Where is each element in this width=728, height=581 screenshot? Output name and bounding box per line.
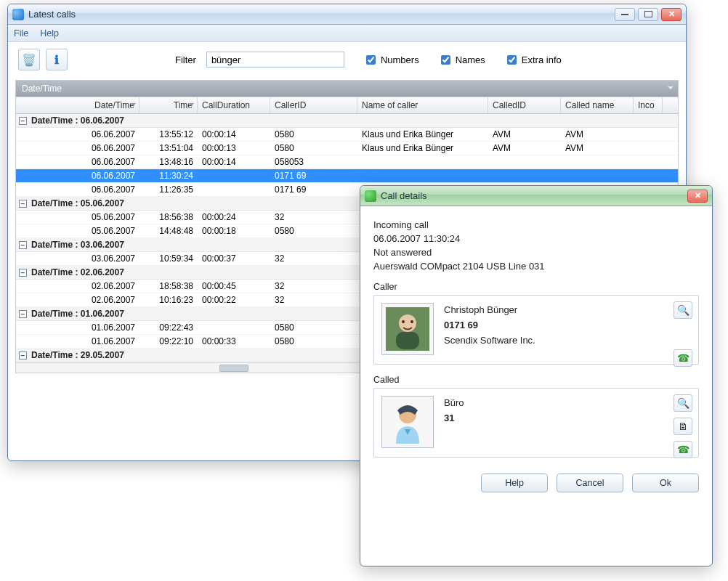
info-icon: ℹ [54, 53, 59, 67]
menubar: File Help [8, 25, 686, 42]
dialog-buttons: Help Cancel Ok [360, 465, 712, 504]
filter-label: Filter [175, 54, 196, 65]
caller-company: Scendix Software Inc. [444, 333, 535, 349]
call-datetime: 06.06.2007 11:30:24 [373, 233, 699, 244]
chk-names-box[interactable] [441, 55, 450, 65]
called-number: 31 [444, 411, 464, 426]
table-row[interactable]: 06.06.200713:48:1600:00:14058053 [16, 155, 678, 169]
grid-headers: Date/Time Time CallDuration CallerID Nam… [16, 97, 678, 114]
called-lookup-button[interactable]: 🔍 [674, 394, 692, 412]
caller-photo [381, 303, 434, 355]
called-photo [381, 396, 434, 448]
table-row[interactable]: 06.06.200713:55:1200:00:140580Klaus und … [16, 128, 678, 142]
app-icon [12, 9, 24, 20]
phone-icon: ☎ [677, 352, 689, 364]
svg-rect-2 [396, 332, 419, 349]
dialog-title: Call details [381, 190, 687, 201]
search-icon: 🔍 [677, 397, 689, 409]
chk-extra-box[interactable] [507, 55, 517, 65]
search-icon: 🔍 [677, 304, 689, 316]
close-button[interactable] [661, 8, 682, 21]
phone-icon: ☎ [677, 444, 689, 455]
minimize-button[interactable] [615, 8, 635, 21]
collapse-icon[interactable]: − [19, 117, 27, 125]
table-row[interactable]: 06.06.200713:51:0400:00:130580Klaus und … [16, 142, 678, 155]
svg-point-4 [410, 320, 413, 323]
grid-group[interactable]: −Date/Time : 06.06.2007 [16, 114, 678, 128]
collapse-icon[interactable]: − [19, 310, 27, 318]
group-by-bar[interactable]: Date/Time [16, 81, 678, 97]
clear-button[interactable]: 🗑️ [18, 49, 40, 70]
called-call-button[interactable]: ☎ [674, 441, 692, 458]
sort-icon [188, 103, 194, 106]
called-section-title: Called [373, 375, 699, 385]
hdr-callerid[interactable]: CallerID [270, 97, 357, 113]
table-row[interactable]: 06.06.200711:30:240171 69 [16, 169, 678, 183]
svg-point-3 [402, 320, 405, 323]
scrollbar-thumb[interactable] [219, 365, 248, 372]
window-title: Latest calls [28, 9, 615, 20]
caller-section-title: Caller [373, 282, 699, 292]
maximize-button[interactable] [638, 8, 658, 21]
chk-names[interactable]: Names [438, 53, 485, 67]
toolbar: 🗑️ ℹ Filter Numbers Names Extra info [8, 42, 686, 77]
chk-numbers[interactable]: Numbers [363, 53, 419, 67]
menu-file[interactable]: File [14, 28, 28, 38]
call-status: Not answered [373, 247, 699, 258]
chevron-down-icon [668, 86, 674, 89]
chk-numbers-box[interactable] [366, 55, 376, 65]
hdr-duration[interactable]: CallDuration [198, 97, 270, 113]
caller-card: Christoph Bünger 0171 69 Scendix Softwar… [373, 295, 699, 365]
hdr-name[interactable]: Name of caller [357, 97, 488, 113]
called-card: Büro 31 🔍 🗎 ☎ [373, 388, 699, 458]
call-details-dialog: Call details Incoming call 06.06.2007 11… [360, 185, 713, 566]
caller-lookup-button[interactable]: 🔍 [674, 301, 692, 319]
chk-extra[interactable]: Extra info [504, 53, 562, 67]
sort-icon [130, 103, 136, 106]
call-type: Incoming call [373, 219, 699, 230]
caller-number: 0171 69 [444, 318, 535, 333]
call-info: Incoming call 06.06.2007 11:30:24 Not an… [373, 219, 699, 272]
menu-help[interactable]: Help [40, 28, 59, 38]
hdr-calledname[interactable]: Called name [561, 97, 634, 113]
filter-input[interactable] [206, 52, 344, 68]
cancel-button[interactable]: Cancel [557, 474, 623, 492]
hdr-incoming[interactable]: Inco [634, 97, 663, 113]
titlebar[interactable]: Latest calls [8, 4, 686, 25]
called-note-button[interactable]: 🗎 [674, 418, 692, 435]
dialog-titlebar[interactable]: Call details [360, 186, 712, 206]
ok-button[interactable]: Ok [632, 474, 699, 492]
collapse-icon[interactable]: − [19, 352, 27, 359]
caller-call-button[interactable]: ☎ [674, 349, 692, 367]
called-name: Büro [444, 396, 464, 411]
caller-name: Christoph Bünger [444, 303, 535, 318]
info-button[interactable]: ℹ [46, 49, 68, 70]
collapse-icon[interactable]: − [19, 269, 27, 277]
collapse-icon[interactable]: − [19, 241, 27, 249]
hdr-calledid[interactable]: CalledID [488, 97, 561, 113]
dialog-close-button[interactable] [687, 190, 708, 203]
trash-icon: 🗑️ [22, 53, 36, 67]
help-button[interactable]: Help [481, 474, 548, 492]
hdr-time[interactable]: Time [139, 97, 198, 113]
phone-icon [365, 190, 376, 202]
collapse-icon[interactable]: − [19, 200, 27, 208]
document-icon: 🗎 [678, 420, 688, 432]
hdr-datetime[interactable]: Date/Time [16, 97, 139, 113]
call-line: Auerswald COMpact 2104 USB Line 031 [373, 261, 699, 272]
